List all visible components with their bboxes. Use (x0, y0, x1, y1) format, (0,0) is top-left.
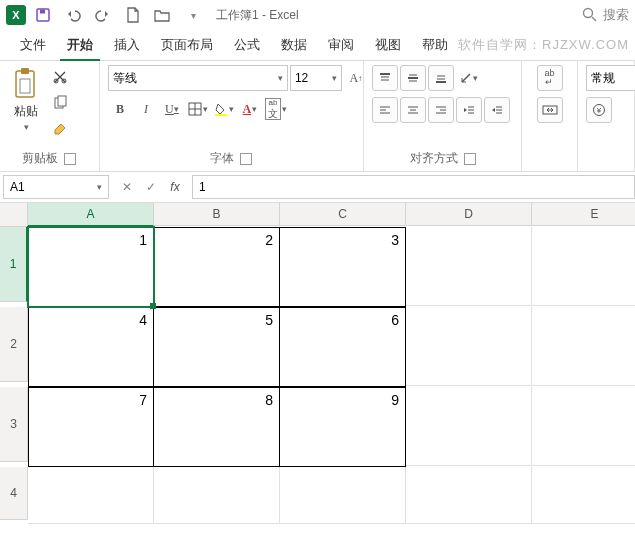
name-box[interactable]: A1 ▾ (3, 175, 109, 199)
svg-rect-1 (40, 10, 45, 14)
clipboard-icon (12, 67, 40, 101)
row-header-3[interactable]: 3 (0, 387, 28, 462)
tab-file[interactable]: 文件 (10, 30, 56, 60)
save-button[interactable] (30, 2, 56, 28)
col-header-A[interactable]: A (28, 203, 154, 227)
chevron-down-icon: ▾ (24, 122, 29, 132)
currency-button[interactable]: ¥ (586, 97, 612, 123)
borders-button[interactable]: ▾ (186, 97, 210, 121)
tab-review[interactable]: 审阅 (318, 30, 364, 60)
tab-home[interactable]: 开始 (57, 30, 103, 60)
fx-button[interactable]: fx (164, 176, 186, 198)
col-header-E[interactable]: E (532, 203, 635, 226)
fill-color-button[interactable]: ▾ (212, 97, 236, 121)
row-header-1[interactable]: 1 (0, 227, 28, 302)
font-size-value: 12 (295, 71, 308, 85)
cell-A3[interactable]: 7 (28, 387, 154, 467)
cell-B2[interactable]: 5 (154, 307, 280, 387)
cell-A2[interactable]: 4 (28, 307, 154, 387)
font-group-label: 字体 (210, 150, 234, 167)
cell-E1[interactable] (532, 227, 635, 306)
decrease-indent-button[interactable] (456, 97, 482, 123)
ribbon-tabs: 文件 开始 插入 页面布局 公式 数据 审阅 视图 帮助 软件自学网：RJZXW… (0, 30, 635, 61)
orientation-button[interactable]: ▾ (456, 66, 480, 90)
format-painter-button[interactable] (48, 117, 72, 141)
clipboard-dialog-launcher[interactable] (64, 153, 76, 165)
cell-A1[interactable]: 1 (28, 227, 154, 307)
cell-B4[interactable] (154, 467, 280, 524)
spreadsheet-grid: A B C D E 1 1 2 3 2 4 5 6 3 7 8 9 4 (0, 203, 635, 524)
underline-button[interactable]: U ▾ (160, 97, 184, 121)
doc-title: 工作簿1 - Excel (216, 7, 299, 24)
cell-D3[interactable] (406, 387, 532, 466)
align-dialog-launcher[interactable] (464, 153, 476, 165)
cell-B1[interactable]: 2 (154, 227, 280, 307)
new-file-button[interactable] (120, 2, 146, 28)
cell-C3[interactable]: 9 (280, 387, 406, 467)
row-header-4[interactable]: 4 (0, 467, 28, 520)
cell-E4[interactable] (532, 467, 635, 524)
formula-bar[interactable]: 1 (192, 175, 635, 199)
cancel-formula-button[interactable]: ✕ (116, 176, 138, 198)
tab-data[interactable]: 数据 (271, 30, 317, 60)
tab-view[interactable]: 视图 (365, 30, 411, 60)
col-header-D[interactable]: D (406, 203, 532, 226)
row-header-2[interactable]: 2 (0, 307, 28, 382)
align-left-button[interactable] (372, 97, 398, 123)
copy-button[interactable] (48, 91, 72, 115)
paste-label: 粘贴 (14, 103, 38, 120)
paste-button[interactable]: 粘贴 ▾ (8, 65, 44, 134)
number-format-select[interactable]: 常规 (586, 65, 635, 91)
align-bottom-button[interactable] (428, 65, 454, 91)
cell-C1[interactable]: 3 (280, 227, 406, 307)
name-box-value: A1 (10, 180, 25, 194)
cell-D2[interactable] (406, 307, 532, 386)
phonetic-button[interactable]: ab文▾ (264, 97, 288, 121)
cell-A4[interactable] (28, 467, 154, 524)
merge-center-button[interactable] (537, 97, 563, 123)
tab-insert[interactable]: 插入 (104, 30, 150, 60)
tab-page-layout[interactable]: 页面布局 (151, 30, 223, 60)
wrap-text-button[interactable]: ab↵ (537, 65, 563, 91)
search-placeholder: 搜索 (603, 6, 629, 24)
cell-D4[interactable] (406, 467, 532, 524)
align-middle-button[interactable] (400, 65, 426, 91)
font-size-select[interactable]: 12 ▾ (290, 65, 342, 91)
cut-button[interactable] (48, 65, 72, 89)
cell-C4[interactable] (280, 467, 406, 524)
clipboard-group-label: 剪贴板 (22, 150, 58, 167)
align-center-button[interactable] (400, 97, 426, 123)
italic-button[interactable]: I (134, 97, 158, 121)
open-button[interactable] (150, 2, 176, 28)
col-header-C[interactable]: C (280, 203, 406, 226)
align-top-button[interactable] (372, 65, 398, 91)
search-box[interactable]: 搜索 (582, 6, 629, 25)
font-name-value: 等线 (113, 70, 137, 87)
redo-button[interactable] (90, 2, 116, 28)
cell-E2[interactable] (532, 307, 635, 386)
bold-button[interactable]: B (108, 97, 132, 121)
font-color-button[interactable]: A▾ (238, 97, 262, 121)
font-dialog-launcher[interactable] (240, 153, 252, 165)
chevron-down-icon: ▾ (278, 73, 283, 83)
undo-button[interactable] (60, 2, 86, 28)
tab-help[interactable]: 帮助 (412, 30, 458, 60)
cell-E3[interactable] (532, 387, 635, 466)
cell-D1[interactable] (406, 227, 532, 306)
align-right-button[interactable] (428, 97, 454, 123)
app-logo: X (6, 5, 26, 25)
svg-point-2 (584, 9, 593, 18)
col-header-B[interactable]: B (154, 203, 280, 226)
font-name-select[interactable]: 等线 ▾ (108, 65, 288, 91)
chevron-down-icon: ▾ (97, 182, 102, 192)
select-all-corner[interactable] (0, 203, 28, 227)
cell-C2[interactable]: 6 (280, 307, 406, 387)
increase-indent-button[interactable] (484, 97, 510, 123)
cell-B3[interactable]: 8 (154, 387, 280, 467)
qat-customize-button[interactable]: ▾ (180, 2, 206, 28)
tab-formulas[interactable]: 公式 (224, 30, 270, 60)
formula-value: 1 (199, 180, 206, 194)
search-icon (582, 7, 597, 22)
accept-formula-button[interactable]: ✓ (140, 176, 162, 198)
fill-handle[interactable] (150, 303, 156, 309)
